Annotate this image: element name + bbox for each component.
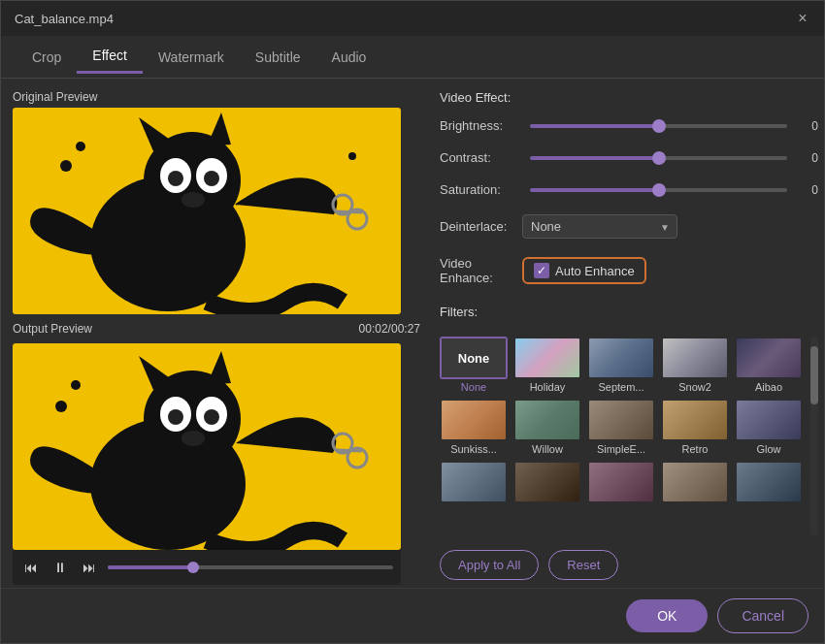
- window-title: Cat_balance.mp4: [15, 12, 114, 26]
- filter-snow2[interactable]: Snow2: [661, 337, 729, 393]
- cancel-button[interactable]: Cancel: [717, 598, 808, 633]
- filter-september-preview: [589, 338, 653, 377]
- filter-holiday-preview: [515, 338, 579, 377]
- filter-snow2-thumb: [661, 337, 729, 379]
- progress-fill: [108, 565, 193, 569]
- filter-r3b[interactable]: [513, 461, 581, 505]
- filter-retro-preview: [663, 401, 727, 439]
- deinterlace-select[interactable]: None Top Field First Bottom Field First: [522, 214, 677, 239]
- filter-r3e[interactable]: [735, 461, 803, 505]
- video-enhance-label: Video Enhance:: [440, 256, 522, 285]
- filter-aibao[interactable]: Aibao: [735, 337, 803, 393]
- output-preview-section: Output Preview 00:02/00:27: [13, 322, 420, 585]
- filters-grid-container: None None Holiday: [440, 337, 803, 536]
- filter-r3c[interactable]: [587, 461, 655, 505]
- filter-holiday-thumb: [513, 337, 581, 379]
- filter-simple-name: SimpleE...: [597, 443, 645, 455]
- filter-simple[interactable]: SimpleE...: [587, 399, 655, 455]
- video-enhance-row: Video Enhance: ✓ Auto Enhance: [440, 256, 818, 285]
- svg-point-24: [204, 409, 219, 425]
- filters-section-label: Filters:: [440, 305, 818, 319]
- filter-glow-name: Glow: [756, 443, 780, 455]
- filter-r3a[interactable]: [440, 461, 508, 505]
- preview-time-display: 00:02/00:27: [359, 322, 420, 339]
- filter-r3c-preview: [589, 463, 653, 501]
- deinterlace-select-wrapper: None Top Field First Bottom Field First …: [522, 214, 677, 239]
- auto-enhance-checkbox[interactable]: ✓ Auto Enhance: [522, 257, 646, 284]
- contrast-row: Contrast: 0: [440, 150, 818, 165]
- filter-september-thumb: [587, 337, 655, 379]
- filter-retro[interactable]: Retro: [661, 399, 729, 455]
- filter-r3e-preview: [737, 463, 801, 501]
- tab-subtitle[interactable]: Subtitle: [240, 42, 316, 73]
- contrast-slider[interactable]: [530, 156, 787, 160]
- close-button[interactable]: ×: [795, 11, 810, 26]
- saturation-value: 0: [795, 183, 818, 197]
- svg-point-6: [168, 171, 183, 186]
- contrast-label: Contrast:: [440, 150, 522, 165]
- filter-willow[interactable]: Willow: [513, 399, 581, 455]
- deinterlace-label: Deinterlace:: [440, 219, 522, 234]
- ok-button[interactable]: OK: [626, 599, 708, 632]
- svg-point-8: [204, 171, 219, 186]
- filter-september[interactable]: Septem...: [587, 337, 655, 393]
- filters-area: None None Holiday: [440, 337, 818, 536]
- filter-snow2-name: Snow2: [678, 381, 711, 393]
- filter-sunkiss-preview: [442, 401, 506, 439]
- prev-frame-button[interactable]: ⏮: [20, 558, 42, 577]
- brightness-slider[interactable]: [530, 124, 787, 128]
- original-preview-svg: [13, 108, 401, 314]
- apply-to-all-button[interactable]: Apply to All: [440, 550, 539, 580]
- filter-r3b-thumb: [513, 461, 581, 503]
- tab-effect[interactable]: Effect: [77, 40, 143, 74]
- filter-r3d-thumb: [661, 461, 729, 503]
- filter-none-label: None: [442, 338, 506, 377]
- filter-aibao-thumb: [735, 337, 803, 379]
- next-frame-button[interactable]: ⏭: [79, 558, 100, 577]
- filter-september-name: Septem...: [598, 381, 644, 393]
- filter-glow[interactable]: Glow: [735, 399, 803, 455]
- playback-controls: ⏮ ⏸ ⏭: [13, 550, 401, 585]
- svg-point-14: [76, 142, 85, 151]
- filter-sunkiss[interactable]: Sunkiss...: [440, 399, 508, 455]
- original-preview-label: Original Preview: [13, 90, 420, 104]
- filter-sunkiss-thumb: [440, 399, 508, 441]
- title-bar: Cat_balance.mp4 ×: [1, 1, 824, 36]
- filter-r3d[interactable]: [661, 461, 729, 505]
- tab-audio[interactable]: Audio: [316, 42, 382, 73]
- filter-holiday[interactable]: Holiday: [513, 337, 581, 393]
- tab-watermark[interactable]: Watermark: [143, 42, 240, 73]
- svg-point-13: [60, 160, 72, 172]
- svg-point-25: [182, 431, 205, 446]
- auto-enhance-label: Auto Enhance: [555, 264, 635, 278]
- progress-bar[interactable]: [108, 565, 393, 569]
- action-buttons: Apply to All Reset: [440, 550, 818, 580]
- filter-aibao-name: Aibao: [755, 381, 782, 393]
- brightness-row: Brightness: 0: [440, 118, 818, 133]
- filter-none[interactable]: None None: [440, 337, 508, 393]
- filter-r3a-preview: [442, 463, 506, 501]
- contrast-value: 0: [795, 151, 818, 165]
- right-panel: Video Effect: Brightness: 0 Contrast: 0 …: [432, 90, 818, 580]
- svg-point-29: [55, 401, 67, 412]
- video-effect-title: Video Effect:: [440, 90, 818, 105]
- bottom-bar: OK Cancel: [1, 588, 824, 643]
- filter-retro-thumb: [661, 399, 729, 441]
- saturation-label: Saturation:: [440, 182, 522, 197]
- main-content: Original Preview: [1, 79, 824, 588]
- saturation-slider[interactable]: [530, 188, 787, 192]
- svg-point-9: [182, 192, 205, 208]
- pause-button[interactable]: ⏸: [50, 558, 71, 577]
- filter-aibao-preview: [737, 338, 801, 377]
- filter-holiday-name: Holiday: [530, 381, 566, 393]
- deinterlace-row: Deinterlace: None Top Field First Bottom…: [440, 214, 818, 239]
- filters-scrollbar[interactable]: [810, 337, 818, 536]
- tab-crop[interactable]: Crop: [16, 42, 77, 73]
- filter-r3b-preview: [515, 463, 579, 501]
- filter-none-thumb: None: [440, 337, 508, 379]
- filter-willow-preview: [515, 401, 579, 439]
- reset-button[interactable]: Reset: [548, 550, 618, 580]
- svg-line-28: [336, 450, 362, 451]
- brightness-label: Brightness:: [440, 118, 522, 133]
- filter-r3e-thumb: [735, 461, 803, 503]
